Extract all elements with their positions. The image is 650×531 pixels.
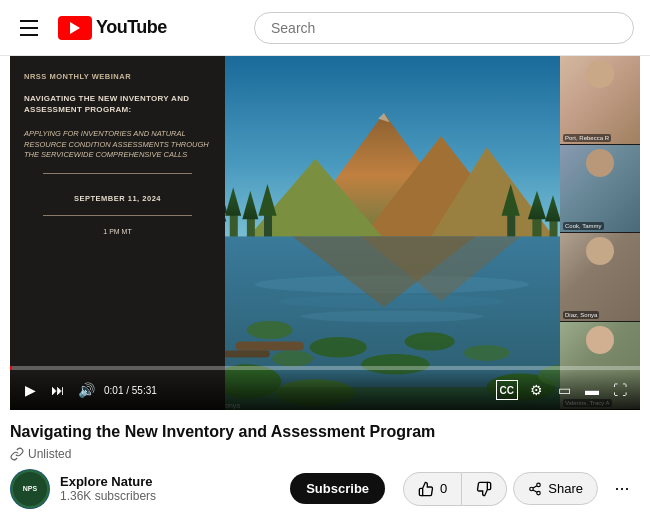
participant-1: Port, Rebecca R: [560, 56, 640, 145]
theater-button[interactable]: ▬: [582, 380, 602, 400]
dislike-button[interactable]: [462, 472, 507, 506]
webinar-divider: [43, 173, 193, 174]
svg-line-47: [533, 486, 537, 488]
channel-info: Explore Nature 1.36K subscribers: [60, 474, 280, 503]
svg-point-26: [301, 311, 484, 322]
header: YouTube: [0, 0, 650, 56]
svg-rect-35: [235, 341, 304, 350]
volume-button[interactable]: 🔊: [76, 380, 96, 400]
subscribe-button[interactable]: Subscribe: [290, 473, 385, 504]
video-info: Navigating the New Inventory and Assessm…: [0, 410, 650, 517]
menu-button[interactable]: [16, 16, 42, 40]
participant-1-face: [586, 60, 614, 88]
video-title: Navigating the New Inventory and Assessm…: [10, 422, 640, 443]
svg-line-46: [533, 490, 537, 492]
participants-panel: Port, Rebecca R Cook, Tammy Diaz, Sonya …: [560, 56, 640, 410]
webinar-panel: NRSS MONTHLY WEBINAR NAVIGATING THE NEW …: [10, 56, 225, 410]
svg-point-45: [537, 491, 541, 495]
channel-name[interactable]: Explore Nature: [60, 474, 280, 489]
time-display: 0:01 / 55:31: [104, 385, 157, 396]
video-background: NRSS MONTHLY WEBINAR NAVIGATING THE NEW …: [10, 56, 640, 410]
link-icon: [10, 447, 24, 461]
svg-point-33: [464, 345, 510, 361]
svg-point-30: [310, 337, 367, 358]
nps-badge: NPS: [11, 470, 49, 508]
miniplayer-button[interactable]: ▭: [554, 380, 574, 400]
webinar-date: SEPTEMBER 11, 2024: [24, 194, 211, 203]
channel-row: NPS Explore Nature 1.36K subscribers Sub…: [10, 469, 640, 509]
webinar-main-title: NAVIGATING THE NEW INVENTORY AND ASSESSM…: [24, 93, 211, 115]
svg-point-43: [537, 483, 541, 487]
participant-1-name: Port, Rebecca R: [563, 134, 611, 142]
controls-right: CC ⚙ ▭ ▬ ⛶: [496, 380, 630, 400]
participant-3-name: Diaz, Sonya: [563, 311, 599, 319]
svg-point-44: [530, 487, 534, 491]
unlisted-badge: Unlisted: [10, 447, 640, 461]
share-button[interactable]: Share: [513, 472, 598, 505]
youtube-logo-text: YouTube: [96, 17, 167, 38]
share-icon: [528, 482, 542, 496]
thumbs-up-icon: [418, 481, 434, 497]
youtube-logo[interactable]: YouTube: [58, 16, 167, 40]
settings-button[interactable]: ⚙: [526, 380, 546, 400]
participant-2-name: Cook, Tammy: [563, 222, 604, 230]
youtube-logo-icon: [58, 16, 92, 40]
thumbs-down-icon: [476, 481, 492, 497]
action-buttons: 0 Share ···: [403, 471, 640, 507]
participant-2-face: [586, 149, 614, 177]
skip-button[interactable]: ⏭: [48, 380, 68, 400]
captions-button[interactable]: CC: [496, 380, 518, 400]
channel-subscribers: 1.36K subscribers: [60, 489, 280, 503]
video-scene: Fkr: Sonya: [225, 56, 560, 410]
controls-bar: ▶ ⏭ 🔊 0:01 / 55:31 CC ⚙ ▭ ▬ ⛶: [10, 370, 640, 410]
participant-3-face: [586, 237, 614, 265]
svg-rect-36: [225, 351, 270, 358]
svg-point-31: [272, 351, 313, 367]
webinar-time: 1 PM MT: [24, 228, 211, 235]
like-button[interactable]: 0: [403, 472, 462, 506]
webinar-subtitle: APPLYING FOR INVENTORIES AND NATURAL RES…: [24, 129, 211, 161]
fullscreen-button[interactable]: ⛶: [610, 380, 630, 400]
more-options-button[interactable]: ···: [604, 471, 640, 507]
participant-4-face: [586, 326, 614, 354]
like-dislike-group: 0: [403, 472, 507, 506]
nps-text: NPS: [23, 485, 37, 493]
webinar-divider2: [43, 215, 193, 216]
play-button[interactable]: ▶: [20, 380, 40, 400]
svg-point-32: [404, 332, 454, 350]
participant-3: Diaz, Sonya: [560, 233, 640, 322]
channel-avatar[interactable]: NPS: [10, 469, 50, 509]
svg-point-29: [247, 321, 293, 339]
search-bar: [254, 12, 634, 44]
video-player[interactable]: NRSS MONTHLY WEBINAR NAVIGATING THE NEW …: [10, 56, 640, 410]
search-input[interactable]: [254, 12, 634, 44]
share-label: Share: [548, 481, 583, 496]
webinar-monthly-label: NRSS MONTHLY WEBINAR: [24, 72, 211, 81]
like-count: 0: [440, 481, 447, 496]
participant-2: Cook, Tammy: [560, 145, 640, 234]
unlisted-text: Unlisted: [28, 447, 71, 461]
